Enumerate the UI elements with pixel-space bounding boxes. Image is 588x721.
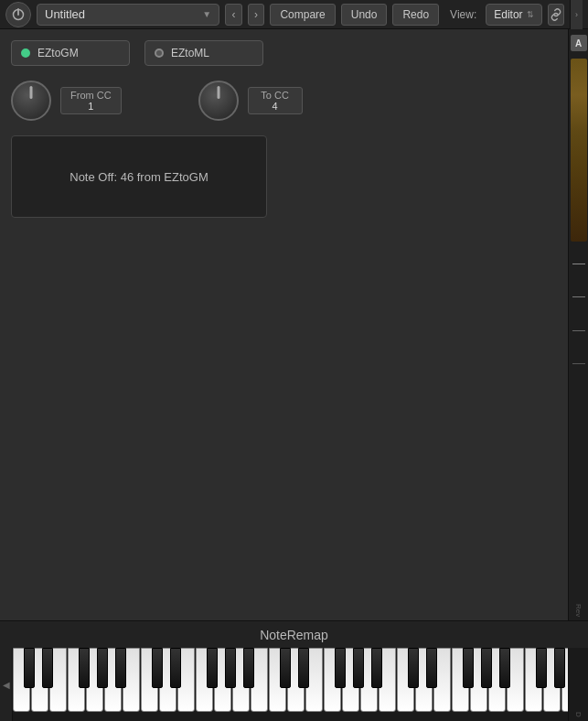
black-key[interactable]	[207, 648, 218, 688]
power-button[interactable]	[5, 2, 31, 27]
to-cc-label-block: To CC 4	[248, 87, 303, 114]
redo-label: Redo	[402, 8, 429, 21]
black-key[interactable]	[554, 648, 565, 688]
cc-row: From CC 1 To CC 4	[11, 81, 557, 121]
link-icon	[550, 8, 562, 21]
info-box: Note Off: 46 from EZtoGM	[11, 135, 267, 218]
title-text: Untitled	[45, 7, 85, 21]
black-key[interactable]	[499, 648, 510, 688]
piano-label: NoteRemap	[260, 628, 328, 642]
sidebar-a-label[interactable]: A	[571, 35, 587, 51]
piano-label-bar: NoteRemap	[0, 620, 588, 648]
black-key[interactable]	[353, 648, 364, 688]
view-dropdown[interactable]: Editor ⇅	[486, 4, 541, 26]
view-arrows-icon: ⇅	[527, 10, 534, 19]
toggle-arrow-icon: ›	[575, 10, 578, 19]
rev-label: Rev	[574, 604, 583, 617]
black-key[interactable]	[536, 648, 547, 688]
right-panel-toggle[interactable]: ›	[570, 0, 583, 29]
from-cc-title: From CC	[70, 90, 112, 101]
from-cc-value: 1	[70, 101, 112, 112]
forward-arrow-icon: ›	[254, 8, 258, 21]
channel-name-eztoml: EZtoML	[171, 47, 209, 59]
info-text: Note Off: 46 from EZtoGM	[69, 170, 208, 184]
channel-dot-eztogm	[21, 48, 30, 58]
left-arrow-icon: ◀	[3, 680, 10, 690]
right-sidebar: A Rev	[568, 29, 588, 620]
keyboard-left-arrow[interactable]: ◀	[0, 648, 13, 721]
to-cc-value: 4	[258, 101, 293, 112]
dropdown-arrow-icon: ▼	[202, 9, 211, 19]
channel-eztoml[interactable]: EZtoML	[144, 40, 263, 66]
black-key[interactable]	[481, 648, 492, 688]
black-key[interactable]	[463, 648, 474, 688]
black-key[interactable]	[42, 648, 53, 688]
channel-name-eztogm: EZtoGM	[37, 47, 79, 59]
undo-label: Undo	[351, 8, 378, 21]
strings-visual	[571, 245, 587, 382]
to-cc-title: To CC	[258, 90, 293, 101]
black-key[interactable]	[97, 648, 108, 688]
channels-row: EZtoGM EZtoML	[11, 40, 557, 66]
undo-button[interactable]: Undo	[341, 4, 388, 26]
from-cc-label-block: From CC 1	[60, 87, 122, 114]
from-cc-knob[interactable]	[11, 81, 51, 121]
compare-label: Compare	[280, 8, 325, 21]
black-key[interactable]	[152, 648, 163, 688]
power-icon	[11, 7, 26, 22]
main-content: EZtoGM EZtoML From CC 1 To CC	[0, 29, 588, 620]
instrument-visual	[571, 59, 587, 242]
black-key[interactable]	[408, 648, 419, 688]
black-key[interactable]	[115, 648, 126, 688]
black-key[interactable]	[24, 648, 35, 688]
d-label: D	[574, 712, 583, 717]
link-button[interactable]	[548, 4, 565, 26]
black-key[interactable]	[280, 648, 291, 688]
black-key[interactable]	[243, 648, 254, 688]
editor-panel: EZtoGM EZtoML From CC 1 To CC	[0, 29, 568, 620]
black-key[interactable]	[79, 648, 90, 688]
channel-eztogm[interactable]: EZtoGM	[11, 40, 130, 66]
back-arrow-icon: ‹	[232, 8, 236, 21]
black-key[interactable]	[170, 648, 181, 688]
view-label: View:	[450, 8, 476, 21]
black-key[interactable]	[298, 648, 309, 688]
compare-button[interactable]: Compare	[270, 4, 335, 26]
view-value: Editor	[494, 8, 522, 21]
black-key[interactable]	[225, 648, 236, 688]
keyboard-right-strip: D	[568, 648, 588, 721]
to-cc-block: To CC 4	[198, 81, 303, 121]
nav-forward-button[interactable]: ›	[248, 4, 265, 26]
redo-button[interactable]: Redo	[392, 4, 439, 26]
piano-section: ◀ D	[0, 648, 588, 721]
black-key[interactable]	[371, 648, 382, 688]
to-cc-knob[interactable]	[198, 81, 239, 121]
nav-back-button[interactable]: ‹	[225, 4, 242, 26]
black-key[interactable]	[335, 648, 346, 688]
black-key[interactable]	[426, 648, 437, 688]
from-cc-block: From CC 1	[11, 81, 122, 121]
keys-container	[13, 648, 568, 721]
title-dropdown[interactable]: Untitled ▼	[37, 4, 219, 26]
top-bar: Untitled ▼ ‹ › Compare Undo Redo View: E…	[0, 0, 588, 29]
channel-dot-eztoml	[155, 48, 164, 58]
